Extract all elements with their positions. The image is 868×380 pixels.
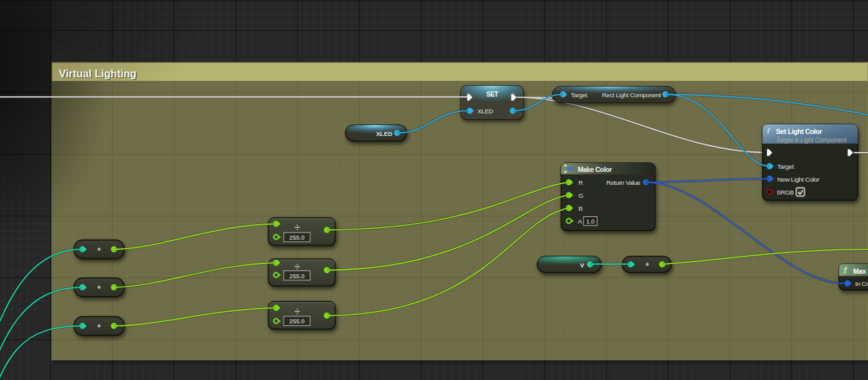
svg-text:Make Color: Make Color — [578, 166, 612, 173]
svg-text:New Light Color: New Light Color — [777, 176, 820, 183]
svg-text:XLED: XLED — [376, 130, 392, 137]
svg-text:255.0: 255.0 — [290, 318, 305, 325]
svg-text:Return Value: Return Value — [606, 179, 641, 186]
svg-text:G: G — [578, 192, 583, 199]
svg-text:Target is Light Component: Target is Light Component — [776, 137, 847, 144]
svg-text:Set Light Color: Set Light Color — [776, 128, 823, 135]
svg-text:B: B — [578, 205, 583, 212]
svg-text:Target: Target — [571, 91, 587, 99]
svg-text:R: R — [578, 179, 583, 186]
svg-text:255.0: 255.0 — [290, 272, 305, 280]
svg-text:Max (: Max ( — [853, 267, 868, 275]
svg-text:255.0: 255.0 — [290, 234, 305, 241]
svg-text:A: A — [578, 218, 582, 225]
svg-text:1.0: 1.0 — [586, 218, 595, 225]
svg-text:Virtual Lighting: Virtual Lighting — [59, 68, 137, 79]
svg-text:SET: SET — [486, 91, 498, 98]
svg-text:Target: Target — [777, 163, 794, 170]
svg-text:In Co: In Co — [855, 280, 868, 287]
svg-text:SRGB: SRGB — [777, 189, 794, 196]
svg-text:Rect Light Component: Rect Light Component — [602, 91, 661, 99]
svg-text:V: V — [580, 261, 585, 269]
svg-text:XLED: XLED — [477, 108, 494, 115]
